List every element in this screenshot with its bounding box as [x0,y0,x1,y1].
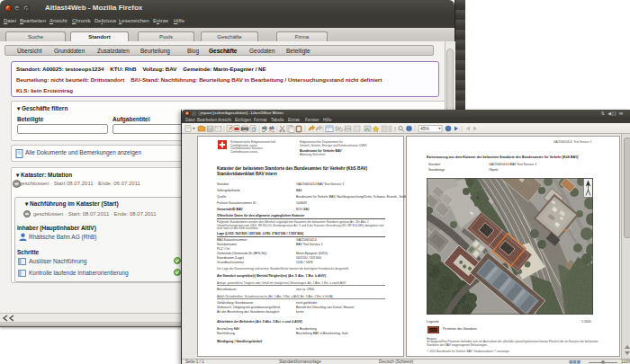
svg-text:45%: 45% [420,126,430,131]
svg-text:!: ! [394,126,396,132]
svg-text:ab: ab [269,125,274,130]
